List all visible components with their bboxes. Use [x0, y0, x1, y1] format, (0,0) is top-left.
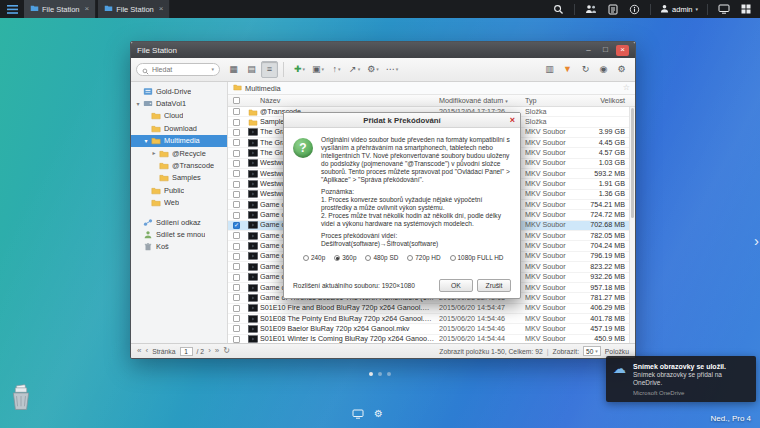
row-checkbox[interactable] [233, 181, 240, 188]
scrollbar[interactable] [629, 107, 635, 343]
row-checkbox[interactable] [233, 274, 240, 281]
tab-file-station-1[interactable]: File Station × [24, 0, 96, 18]
cancel-button[interactable]: Zrušit [477, 279, 511, 292]
row-checkbox[interactable] [233, 108, 240, 115]
favorite-star-icon[interactable]: ☆ [623, 84, 630, 92]
resolution-option-480p-sd[interactable]: 480p SD [365, 254, 398, 262]
row-checkbox[interactable] [233, 201, 240, 208]
row-checkbox[interactable] [233, 129, 240, 136]
snapshot-button[interactable]: ◉ [595, 61, 612, 78]
row-checkbox[interactable] [233, 315, 240, 322]
row-checkbox[interactable] [233, 253, 240, 260]
scrollbar-thumb[interactable] [631, 108, 634, 218]
tools-icon[interactable]: ⚙ [374, 409, 383, 419]
radio-icon[interactable] [365, 255, 371, 261]
radio-icon[interactable] [407, 255, 413, 261]
background-tasks-icon[interactable] [606, 3, 619, 16]
sidebar-item-sd-let-se-mnou[interactable]: Sdílet se mnou [131, 228, 227, 240]
page-input[interactable]: 1 [180, 347, 193, 356]
pager-dot[interactable] [369, 372, 373, 376]
row-checkbox[interactable] [233, 191, 240, 198]
radio-icon[interactable] [450, 255, 456, 261]
sidebar-item-cloud[interactable]: Cloud [131, 110, 227, 122]
row-checkbox[interactable] [233, 305, 240, 312]
column-size[interactable]: Velikost [583, 96, 635, 105]
search-input[interactable] [152, 66, 208, 73]
table-row[interactable]: S01E09 Baelor BluRay 720p x264 Ganool.mk… [228, 324, 635, 334]
table-row[interactable]: S01E01 Winter Is Coming BluRay 720p x264… [228, 335, 635, 343]
row-checkbox[interactable] [233, 150, 240, 157]
list-view-button[interactable]: ▤ [243, 61, 260, 78]
last-page-button[interactable]: » [215, 347, 219, 355]
monitor-icon[interactable] [352, 405, 364, 423]
prev-page-button[interactable]: ‹ [145, 347, 148, 355]
resolution-option-720p-hd[interactable]: 720p HD [407, 254, 440, 262]
dashboard-icon[interactable] [739, 3, 752, 16]
dialog-close-icon[interactable]: × [510, 116, 515, 125]
row-checkbox[interactable] [233, 263, 240, 270]
filter-button[interactable]: ▼ [559, 61, 576, 78]
upload-button[interactable]: ↑▾ [328, 61, 345, 78]
tab-file-station-2[interactable]: File Station × [98, 0, 170, 18]
sidebar-item-datavol1[interactable]: ▾DataVol1 [131, 97, 227, 109]
admin-menu[interactable]: admin ▾ [660, 4, 698, 15]
row-checkbox[interactable] [233, 243, 240, 250]
row-checkbox[interactable] [233, 232, 240, 239]
dialog-titlebar[interactable]: Přidat k Překódování × [284, 113, 520, 128]
refresh-button[interactable]: ↻ [577, 61, 594, 78]
thumbnail-view-button[interactable]: ▦ [225, 61, 242, 78]
tab-close-icon[interactable]: × [159, 5, 164, 13]
pager-dot[interactable] [387, 372, 391, 376]
screen-icon[interactable] [717, 3, 730, 16]
users-icon[interactable] [584, 3, 597, 16]
row-checkbox[interactable] [233, 170, 240, 177]
folder-actions-button[interactable]: ⋯▾ [383, 61, 402, 78]
minimize-button[interactable]: – [582, 45, 595, 56]
tools-button[interactable]: ⚙▾ [364, 61, 382, 78]
column-name[interactable]: Název [260, 96, 439, 105]
resolution-option-240p[interactable]: 240p [303, 254, 325, 262]
ok-button[interactable]: OK [439, 279, 473, 292]
desktop-pager[interactable] [369, 372, 391, 376]
first-page-button[interactable]: « [137, 347, 141, 355]
row-checkbox[interactable] [233, 294, 240, 301]
caret-down-icon[interactable]: ▾ [135, 101, 141, 107]
row-checkbox[interactable] [233, 160, 240, 167]
sidebar-item-multimedia[interactable]: ▾Multimedia [131, 135, 227, 147]
sidebar-item-ko[interactable]: Koš [131, 241, 227, 253]
onedrive-toast[interactable]: ☁ Snímek obrazovky se uložil. Snímek obr… [606, 356, 756, 402]
caret-right-icon[interactable]: ▸ [151, 150, 157, 156]
remote-mount-button[interactable]: ▥ [541, 61, 558, 78]
create-button[interactable]: ✚▾ [291, 61, 308, 78]
row-checkbox[interactable]: ✓ [233, 222, 240, 229]
row-checkbox[interactable] [233, 119, 240, 126]
select-all-checkbox[interactable] [233, 97, 240, 104]
row-checkbox[interactable] [233, 325, 240, 332]
pager-dot[interactable] [378, 372, 382, 376]
table-row[interactable]: S01E08 The Pointy End BluRay 720p x264 G… [228, 314, 635, 324]
resolution-option-360p[interactable]: 360p [334, 254, 356, 262]
window-titlebar[interactable]: File Station – □ × [131, 42, 635, 58]
refresh-button[interactable]: ↻ [223, 347, 230, 355]
search-box[interactable]: ▾ [136, 63, 220, 76]
sidebar-item-sd-len-odkaz[interactable]: Sdílení odkaz [131, 216, 227, 228]
row-checkbox[interactable] [233, 336, 240, 343]
maximize-button[interactable]: □ [599, 45, 612, 56]
settings-button[interactable]: ⚙ [613, 61, 630, 78]
resolution-option-1080p-full-hd[interactable]: 1080p FULL HD [450, 254, 504, 262]
column-date[interactable]: Modifikované datum▾ [439, 96, 525, 105]
caret-down-icon[interactable]: ▾ [143, 138, 149, 144]
info-icon[interactable] [628, 3, 641, 16]
row-checkbox[interactable] [233, 284, 240, 291]
desktop-clock[interactable]: Ned., Pro 4 [711, 414, 751, 423]
table-row[interactable]: S01E10 Fire and Blood BluRay 720p x264 G… [228, 304, 635, 314]
page-size-select[interactable]: 50 ▾ [583, 346, 601, 356]
copy-move-button[interactable]: ▣▾ [309, 61, 327, 78]
search-icon[interactable] [552, 3, 565, 16]
sidebar-item-transcode[interactable]: @Transcode [131, 159, 227, 171]
row-checkbox[interactable] [233, 139, 240, 146]
sidebar-item-download[interactable]: Download [131, 122, 227, 134]
row-checkbox[interactable] [233, 212, 240, 219]
share-button[interactable]: ↗▾ [346, 61, 363, 78]
next-desktop-arrow[interactable]: › [754, 233, 759, 248]
